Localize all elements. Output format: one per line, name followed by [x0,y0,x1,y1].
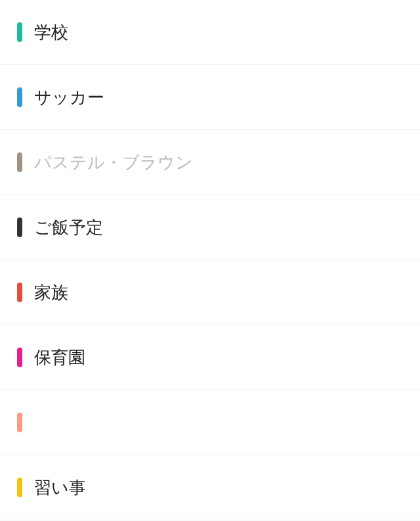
calendar-label: サッカー [34,86,104,109]
calendar-label: 習い事 [34,476,86,499]
list-item[interactable] [0,390,420,455]
list-item[interactable]: 家族 [0,260,420,325]
list-item[interactable]: 保育園 [0,325,420,390]
color-indicator-icon [17,348,22,367]
color-indicator-icon [17,413,22,432]
calendar-label: パステル・ブラウン [34,151,193,174]
color-indicator-icon [17,152,22,172]
color-indicator-icon [17,217,22,237]
list-item[interactable]: サッカー [0,65,420,130]
color-indicator-icon [17,87,22,107]
list-item[interactable]: 学校 [0,0,420,65]
color-indicator-icon [17,22,22,42]
list-item[interactable]: パステル・ブラウン [0,130,420,195]
color-indicator-icon [17,283,22,302]
calendar-label: 家族 [34,281,68,304]
calendar-list: 学校 サッカー パステル・ブラウン ご飯予定 家族 保育園 習い事 [0,0,420,520]
list-item[interactable]: 習い事 [0,455,420,520]
list-item[interactable]: ご飯予定 [0,195,420,260]
color-indicator-icon [17,478,22,497]
calendar-label: ご飯予定 [34,216,103,239]
calendar-label: 学校 [34,21,68,44]
calendar-label: 保育園 [34,346,85,369]
